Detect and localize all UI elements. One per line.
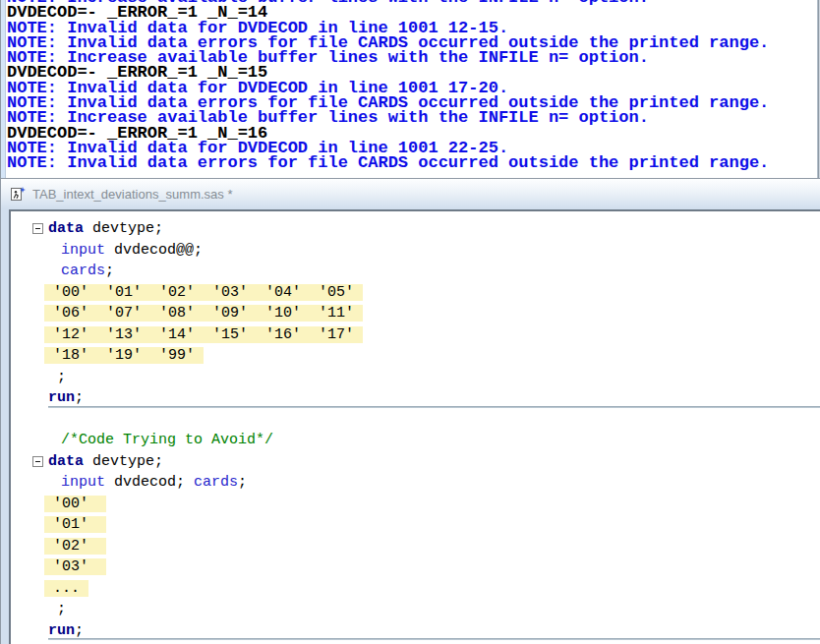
collapse-toggle-icon[interactable] — [32, 456, 43, 467]
code-token: ; — [105, 263, 114, 279]
code-token: ; — [57, 601, 66, 617]
datalines-highlight: '00' '01' '02' '03' '04' '05' — [44, 284, 363, 301]
code-token: devtype; — [84, 453, 163, 470]
code-token: cards — [61, 263, 105, 279]
code-token: run — [48, 622, 75, 639]
datalines-highlight: '18' '19' '99' — [44, 347, 204, 364]
code-token: input — [61, 474, 105, 491]
editor-window[interactable]: TAB_intext_deviations_summ.sas * data de… — [0, 178, 820, 644]
datalines-highlight: '01' — [44, 516, 106, 533]
editor-content[interactable]: data devtype;input dvdecod@@;cards; '00'… — [9, 209, 820, 644]
sas-program-icon — [10, 186, 26, 202]
code-line: '06' '07' '08' '09' '10' '11' — [11, 303, 820, 324]
code-token: cards — [194, 474, 238, 491]
code-line: input dvdecod@@; — [11, 240, 820, 262]
code-line: cards; — [11, 261, 820, 282]
code-line: data devtype; — [11, 451, 820, 473]
code-line: data devtype; — [11, 218, 820, 240]
editor-titlebar[interactable]: TAB_intext_deviations_summ.sas * — [1, 179, 820, 208]
code-line: '18' '19' '99' — [11, 345, 820, 367]
code-line: run; — [11, 387, 820, 409]
code-line: '01' — [11, 514, 820, 536]
collapse-toggle-icon[interactable] — [32, 223, 43, 234]
code-line: run; — [11, 620, 820, 642]
code-token: ; — [75, 622, 84, 639]
code-line: ... — [11, 578, 820, 600]
datalines-highlight: '02' — [44, 538, 106, 555]
code-line: '12' '13' '14' '15' '16' '17' — [11, 324, 820, 346]
code-token: input — [61, 242, 105, 259]
code-token: data — [48, 453, 84, 470]
code-token: ; — [238, 474, 247, 491]
datalines-highlight: '03' — [44, 558, 106, 575]
code-line: ; — [11, 599, 820, 620]
code-line: '00' '01' '02' '03' '04' '05' — [11, 282, 820, 304]
step-separator — [48, 406, 820, 408]
window-title: TAB_intext_deviations_summ.sas * — [32, 187, 233, 202]
code-token: /*Code Trying to Avoid*/ — [61, 432, 273, 448]
code-token: dvdecod; — [105, 474, 194, 491]
datalines-highlight: '00' — [44, 496, 106, 512]
code-token: devtype; — [84, 220, 163, 237]
code-line — [11, 409, 820, 431]
code-token: data — [48, 220, 84, 237]
datalines-highlight: ... — [44, 580, 88, 597]
code-line: ; — [11, 367, 820, 388]
datalines-highlight: '06' '07' '08' '09' '10' '11' — [44, 305, 363, 322]
log-line: NOTE: Invalid data errors for file CARDS… — [7, 155, 769, 170]
code-token: dvdecod@@; — [105, 242, 203, 259]
log-lines: NOTE: Increase available buffer lines wi… — [7, 0, 769, 171]
code-token: run — [48, 389, 75, 406]
code-line: input dvdecod; cards; — [11, 472, 820, 494]
code-area[interactable]: data devtype;input dvdecod@@;cards; '00'… — [11, 211, 820, 644]
code-line: '02' — [11, 536, 820, 557]
log-pane[interactable]: NOTE: Increase available buffer lines wi… — [0, 0, 820, 178]
code-token: ; — [57, 369, 66, 385]
log-left-border — [0, 0, 6, 178]
code-token: ; — [75, 389, 84, 406]
code-line: /*Code Trying to Avoid*/ — [11, 430, 820, 451]
step-separator — [48, 638, 820, 640]
datalines-highlight: '12' '13' '14' '15' '16' '17' — [44, 326, 363, 343]
code-line: '03' — [11, 556, 820, 578]
code-line: '00' — [11, 494, 820, 515]
